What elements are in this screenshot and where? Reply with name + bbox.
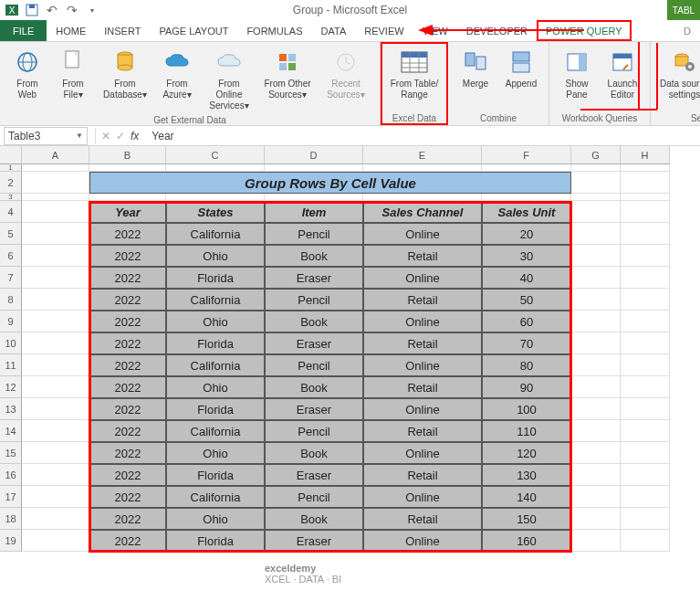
cell[interactable] [571,223,621,245]
table-cell[interactable]: Online [363,223,482,245]
table-cell[interactable]: 2022 [89,289,166,311]
cell[interactable] [265,194,363,201]
cell[interactable] [621,267,670,289]
cell[interactable] [621,223,670,245]
table-cell[interactable]: 2022 [89,530,166,552]
row-header[interactable]: 4 [0,201,22,223]
table-cell[interactable]: 2022 [89,245,166,267]
table-cell[interactable]: Book [265,508,363,530]
cell[interactable] [89,194,166,201]
worksheet-grid[interactable]: A B C D E F G H 1 2 Group Rows By Cell V… [0,146,700,552]
cell[interactable] [571,332,621,354]
row-header[interactable]: 11 [0,354,22,376]
cell[interactable] [166,194,265,201]
cell[interactable] [363,194,482,201]
cell[interactable] [571,194,621,201]
table-cell[interactable]: Florida [166,530,265,552]
cell[interactable] [22,398,89,420]
table-header[interactable]: Sales Channel [363,201,482,223]
row-header[interactable]: 18 [0,508,22,530]
table-cell[interactable]: California [166,223,265,245]
table-cell[interactable]: Online [363,311,482,332]
cell[interactable] [22,267,89,289]
table-cell[interactable]: California [166,420,265,442]
table-cell[interactable]: Online [363,442,482,464]
row-header[interactable]: 6 [0,245,22,267]
cell[interactable] [571,398,621,420]
cell[interactable] [22,420,89,442]
row-header[interactable]: 7 [0,267,22,289]
table-cell[interactable]: 60 [482,311,571,332]
table-cell[interactable]: Book [265,245,363,267]
table-cell[interactable]: 2022 [89,376,166,398]
cell[interactable] [22,464,89,486]
table-cell[interactable]: 2022 [89,398,166,420]
table-cell[interactable]: Online [363,354,482,376]
cell[interactable] [621,376,670,398]
table-cell[interactable]: 2022 [89,420,166,442]
table-cell[interactable]: Ohio [166,508,265,530]
table-cell[interactable]: California [166,354,265,376]
table-cell[interactable]: Eraser [265,530,363,552]
table-cell[interactable]: 140 [482,486,571,508]
cell[interactable] [571,201,621,223]
table-cell[interactable]: Eraser [265,267,363,289]
table-cell[interactable]: 150 [482,508,571,530]
row-header[interactable]: 8 [0,289,22,311]
table-cell[interactable]: 20 [482,223,571,245]
cell[interactable] [22,289,89,311]
table-cell[interactable]: 2022 [89,354,166,376]
table-cell[interactable]: Retail [363,245,482,267]
table-cell[interactable]: 2022 [89,332,166,354]
table-header[interactable]: Sales Unit [482,201,571,223]
cell[interactable] [22,486,89,508]
cell[interactable] [482,194,571,201]
table-cell[interactable]: Online [363,530,482,552]
table-cell[interactable]: Eraser [265,464,363,486]
cell[interactable] [571,420,621,442]
table-cell[interactable]: Ohio [166,376,265,398]
cell[interactable] [571,464,621,486]
table-cell[interactable]: 2022 [89,442,166,464]
cell[interactable] [22,245,89,267]
table-cell[interactable]: California [166,486,265,508]
cell[interactable] [621,194,670,201]
cell[interactable] [571,289,621,311]
cell[interactable] [571,311,621,332]
table-cell[interactable]: Florida [166,398,265,420]
table-cell[interactable]: 2022 [89,486,166,508]
cell[interactable] [22,376,89,398]
table-cell[interactable]: Retail [363,420,482,442]
table-cell[interactable]: 30 [482,245,571,267]
cell[interactable] [621,508,670,530]
cell[interactable] [621,486,670,508]
table-cell[interactable]: 110 [482,420,571,442]
row-header[interactable]: 17 [0,486,22,508]
table-header[interactable]: Year [89,201,166,223]
cell[interactable] [621,332,670,354]
cell[interactable] [571,354,621,376]
cell[interactable] [621,442,670,464]
cell[interactable] [22,201,89,223]
cell[interactable] [571,486,621,508]
cell[interactable] [22,311,89,332]
table-cell[interactable]: Ohio [166,245,265,267]
cell[interactable] [621,289,670,311]
row-header[interactable]: 19 [0,530,22,552]
table-cell[interactable]: Florida [166,267,265,289]
table-cell[interactable]: Eraser [265,398,363,420]
row-header[interactable]: 9 [0,311,22,332]
row-header[interactable]: 14 [0,420,22,442]
table-cell[interactable]: 70 [482,332,571,354]
table-cell[interactable]: Retail [363,376,482,398]
row-header[interactable]: 15 [0,442,22,464]
table-cell[interactable]: 2022 [89,223,166,245]
table-header[interactable]: Item [265,201,363,223]
cell[interactable] [22,508,89,530]
table-cell[interactable]: Ohio [166,311,265,332]
table-cell[interactable]: Retail [363,332,482,354]
table-cell[interactable]: Online [363,267,482,289]
table-cell[interactable]: Book [265,311,363,332]
table-cell[interactable]: 2022 [89,464,166,486]
cell[interactable] [571,508,621,530]
